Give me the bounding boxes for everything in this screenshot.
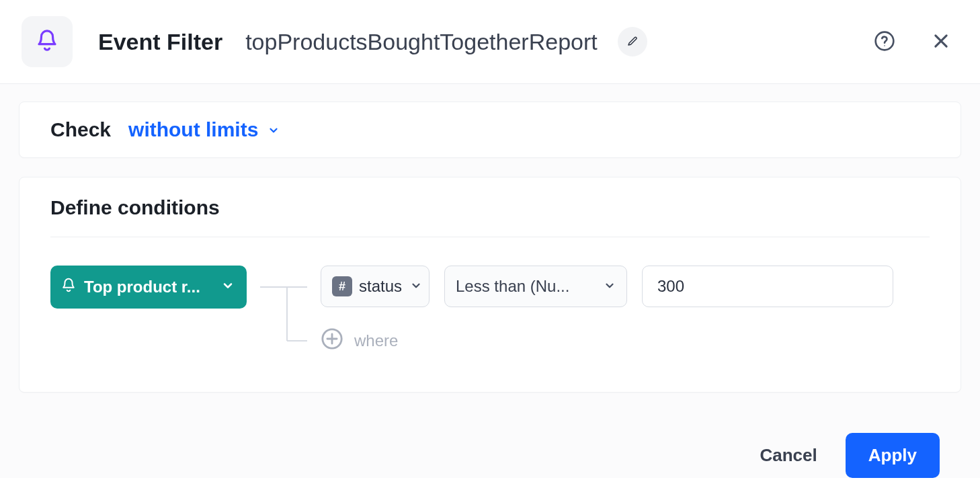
cancel-button[interactable]: Cancel bbox=[755, 438, 823, 473]
header-icon-box bbox=[22, 16, 73, 67]
apply-button[interactable]: Apply bbox=[846, 433, 940, 478]
filter-name: topProductsBoughtTogetherReport bbox=[245, 29, 598, 55]
condition-controls: # status Less than (Nu... bbox=[321, 266, 893, 307]
pencil-icon bbox=[626, 35, 639, 49]
conditions-title: Define conditions bbox=[50, 196, 930, 237]
add-where-label: where bbox=[354, 331, 398, 350]
conditions-card: Define conditions Top product r... bbox=[19, 177, 961, 393]
operator-select[interactable]: Less than (Nu... bbox=[444, 266, 627, 307]
page-title: Event Filter bbox=[98, 29, 222, 55]
check-card: Check without limits bbox=[19, 102, 961, 158]
field-select[interactable]: # status bbox=[321, 266, 430, 307]
check-mode-select[interactable]: without limits bbox=[128, 118, 280, 141]
operator-value: Less than (Nu... bbox=[456, 277, 569, 296]
close-button[interactable] bbox=[926, 27, 956, 56]
condition-controls-stack: # status Less than (Nu... bbox=[321, 266, 893, 357]
check-label: Check bbox=[50, 118, 111, 141]
help-button[interactable] bbox=[870, 27, 899, 56]
field-value: status bbox=[359, 277, 402, 296]
help-icon bbox=[874, 30, 895, 54]
add-where-button[interactable]: where bbox=[321, 325, 893, 357]
event-label: Top product r... bbox=[84, 278, 200, 296]
condition-connector bbox=[247, 266, 321, 360]
value-input[interactable] bbox=[642, 266, 893, 307]
check-row: Check without limits bbox=[50, 118, 930, 141]
check-mode-value: without limits bbox=[128, 118, 258, 141]
chevron-down-icon bbox=[410, 277, 422, 296]
chevron-down-icon bbox=[268, 118, 280, 141]
hash-icon: # bbox=[332, 276, 352, 296]
plus-circle-icon bbox=[321, 327, 343, 354]
chevron-down-icon bbox=[221, 278, 235, 296]
close-icon bbox=[932, 32, 950, 52]
condition-row: Top product r... bbox=[50, 266, 930, 360]
header-bar: Event Filter topProductsBoughtTogetherRe… bbox=[0, 0, 980, 84]
edit-name-button[interactable] bbox=[618, 27, 647, 56]
body-area: Check without limits Define conditions bbox=[0, 84, 980, 478]
svg-point-1 bbox=[884, 45, 885, 46]
event-select[interactable]: Top product r... bbox=[50, 266, 247, 309]
footer-actions: Cancel Apply bbox=[19, 411, 961, 478]
bell-small-icon bbox=[61, 277, 76, 297]
chevron-down-icon bbox=[604, 277, 616, 296]
bell-icon bbox=[36, 28, 58, 56]
